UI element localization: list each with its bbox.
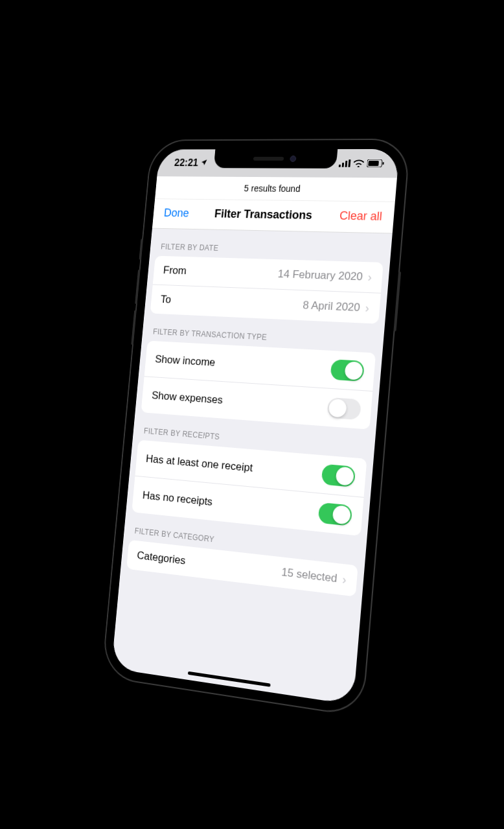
show-income-label: Show income: [155, 353, 216, 369]
side-button-vol-up: [135, 269, 140, 303]
done-button[interactable]: Done: [163, 206, 189, 220]
svg-rect-3: [348, 159, 350, 167]
phone-frame: 22:21: [102, 139, 409, 716]
show-expenses-toggle[interactable]: [326, 397, 361, 419]
results-count-text: 5 results found: [244, 183, 301, 193]
results-count-bar: 5 results found: [155, 176, 397, 202]
status-right: [339, 159, 384, 167]
toggle-knob: [332, 505, 351, 524]
chevron-right-icon: ›: [367, 271, 372, 283]
status-time: 22:21: [174, 157, 198, 168]
to-date-value: 8 April 2020: [303, 299, 361, 314]
show-expenses-label: Show expenses: [151, 389, 223, 406]
toggle-knob: [328, 399, 347, 417]
screen: 22:21: [111, 148, 400, 705]
toggle-knob: [336, 466, 354, 485]
nav-bar: Done Filter Transactions Clear all: [152, 199, 395, 233]
chevron-right-icon: ›: [342, 573, 347, 585]
side-button-mute: [139, 239, 144, 259]
side-button-vol-down: [131, 310, 136, 345]
categories-selected-count: 15 selected: [281, 565, 338, 585]
has-receipt-label: Has at least one receipt: [145, 452, 253, 474]
svg-rect-2: [345, 160, 348, 167]
cellular-signal-icon: [339, 159, 351, 167]
wifi-icon: [353, 159, 364, 167]
from-date-value: 14 February 2020: [277, 268, 363, 283]
toggle-knob: [344, 361, 363, 380]
categories-label: Categories: [137, 549, 186, 567]
status-left: 22:21: [174, 157, 208, 168]
no-receipts-toggle[interactable]: [318, 502, 353, 526]
side-button-power: [393, 271, 401, 331]
to-value-wrap: 8 April 2020 ›: [303, 299, 370, 314]
front-camera: [290, 156, 296, 162]
svg-rect-0: [339, 164, 341, 167]
svg-rect-5: [368, 161, 379, 166]
date-group: From 14 February 2020 › To 8 April 2020 …: [150, 255, 384, 323]
content-scroll[interactable]: FILTER BY DATE From 14 February 2020 › T…: [111, 228, 392, 701]
page-title: Filter Transactions: [214, 207, 312, 222]
battery-icon: [367, 159, 384, 167]
from-label: From: [163, 264, 187, 277]
categories-value-wrap: 15 selected ›: [281, 565, 347, 586]
to-label: To: [160, 293, 172, 306]
from-value-wrap: 14 February 2020 ›: [277, 268, 372, 284]
chevron-right-icon: ›: [365, 302, 370, 314]
show-income-toggle[interactable]: [330, 359, 364, 382]
no-receipts-label: Has no receipts: [142, 489, 213, 508]
notch: [214, 149, 338, 169]
location-arrow-icon: [200, 158, 208, 167]
svg-rect-1: [342, 162, 345, 167]
speaker-grille: [253, 156, 284, 160]
clear-all-button[interactable]: Clear all: [339, 209, 382, 223]
svg-rect-6: [382, 162, 384, 165]
has-receipt-toggle[interactable]: [321, 463, 356, 487]
